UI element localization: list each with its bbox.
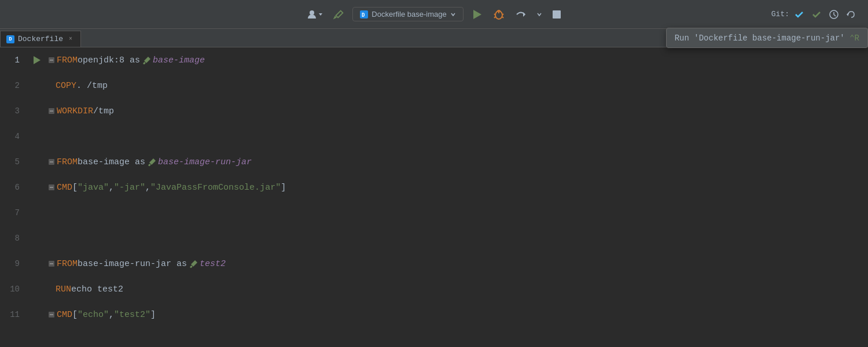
line-number-2: 2 (0, 73, 24, 98)
token: RUN (56, 285, 71, 294)
coverage-button[interactable] (512, 6, 529, 23)
run-gutter-1[interactable] (29, 47, 45, 73)
code-line-6: CMD ["java", "-jar", "JavaPassFromConsol… (45, 175, 868, 200)
token: [ (72, 183, 78, 193)
git-update-button[interactable] (792, 7, 807, 22)
run-gutter-8 (29, 226, 45, 251)
stop-button[interactable] (549, 7, 564, 22)
token: openjdk:8 as (78, 56, 140, 65)
line-number-5: 5 (0, 149, 24, 175)
git-revert-button[interactable] (844, 7, 859, 22)
toolbar-right: Git: (771, 7, 859, 22)
token: ] (150, 310, 156, 320)
token: FROM (57, 157, 78, 167)
token: , (109, 310, 114, 320)
git-commit-button[interactable] (809, 7, 824, 22)
run-gutter (29, 47, 45, 347)
tab-close-button[interactable]: × (67, 35, 75, 43)
svg-line-7 (502, 14, 503, 15)
run-dropdown-button[interactable] (534, 9, 545, 20)
svg-rect-11 (553, 10, 561, 19)
svg-line-9 (502, 17, 503, 18)
line-number-11: 11 (0, 302, 24, 327)
token: "test2" (114, 310, 150, 320)
token: COPY (56, 81, 76, 91)
token: ] (281, 183, 286, 193)
code-line-7 (45, 200, 868, 226)
token: base-image-run-jar (158, 157, 252, 167)
run-tooltip: Run 'Dockerfile base-image-run-jar' ⌃R (666, 28, 868, 48)
run-config-button[interactable]: D Dockerfile base-image (352, 7, 463, 21)
run-gutter-3 (29, 98, 45, 124)
tooltip-shortcut: ⌃R (849, 34, 859, 43)
svg-marker-10 (523, 12, 525, 17)
token: /tmp (93, 106, 114, 116)
run-gutter-5 (29, 149, 45, 175)
token: [ (72, 310, 78, 320)
svg-marker-13 (847, 13, 848, 16)
run-gutter-6 (29, 175, 45, 200)
token: base-image-run-jar as (78, 259, 187, 269)
svg-rect-27 (190, 265, 193, 268)
run-gutter-9 (29, 251, 45, 276)
code-line-11: CMD [ "echo", "test2"] (45, 302, 868, 327)
token: "echo" (78, 310, 109, 320)
token: echo test2 (71, 285, 123, 294)
svg-rect-17 (143, 61, 146, 64)
code-line-8 (45, 226, 868, 251)
token: , (109, 183, 114, 193)
code-line-2: COPY . /tmp (45, 73, 868, 98)
line-numbers: 1234567891011 (0, 47, 29, 347)
run-button[interactable] (468, 6, 486, 23)
token: test2 (200, 259, 226, 269)
tab-icon: D (6, 35, 14, 43)
toolbar-center: D Dockerfile base-image (304, 6, 564, 23)
svg-rect-22 (148, 163, 151, 166)
code-line-1: FROM openjdk:8 as base-image (45, 47, 868, 73)
code-area: FROM openjdk:8 as base-image COPY . /tmp… (45, 47, 868, 347)
stage-icon (142, 56, 152, 65)
tab-label: Dockerfile (18, 35, 63, 43)
token: "java" (78, 183, 109, 193)
code-line-5: FROM base-image as base-image-run-jar (45, 149, 868, 175)
token: base-image (153, 56, 205, 65)
fold-icon-6[interactable] (47, 183, 56, 191)
user-button[interactable] (304, 6, 326, 23)
run-gutter-7 (29, 200, 45, 226)
line-number-1: 1 (0, 47, 24, 73)
line-number-8: 8 (0, 226, 24, 251)
token: base-image as (78, 157, 145, 167)
fold-icon-5[interactable] (47, 158, 56, 166)
stage-icon (189, 259, 198, 269)
git-label: Git: (771, 10, 789, 19)
line-number-4: 4 (0, 124, 24, 149)
fold-icon-3[interactable] (47, 107, 56, 115)
build-button[interactable] (330, 6, 348, 23)
tooltip-text: Run 'Dockerfile base-image-run-jar' (675, 34, 845, 43)
fold-icon-9[interactable] (47, 260, 56, 268)
run-gutter-10 (29, 276, 45, 302)
run-gutter-2 (29, 73, 45, 98)
token: "JavaPassFromConsole.jar" (150, 183, 281, 193)
code-line-10: RUN echo test2 (45, 276, 868, 302)
line-number-10: 10 (0, 276, 24, 302)
token: CMD (57, 310, 72, 320)
debug-button[interactable] (490, 6, 507, 23)
run-gutter-4 (29, 124, 45, 149)
svg-line-6 (494, 14, 495, 15)
svg-point-0 (310, 10, 314, 15)
fold-icon-1[interactable] (47, 56, 56, 64)
dockerfile-tab[interactable]: D Dockerfile × (0, 31, 81, 47)
run-config-label: Dockerfile base-image (372, 10, 446, 19)
git-section: Git: (771, 7, 859, 22)
svg-marker-3 (473, 10, 481, 19)
token: , (145, 183, 150, 193)
code-line-4 (45, 124, 868, 149)
token: FROM (57, 56, 78, 65)
git-history-button[interactable] (826, 7, 841, 22)
svg-marker-14 (34, 56, 41, 64)
fold-icon-11[interactable] (47, 311, 56, 319)
token: FROM (57, 259, 78, 269)
line-number-6: 6 (0, 175, 24, 200)
svg-text:D: D (362, 12, 365, 18)
